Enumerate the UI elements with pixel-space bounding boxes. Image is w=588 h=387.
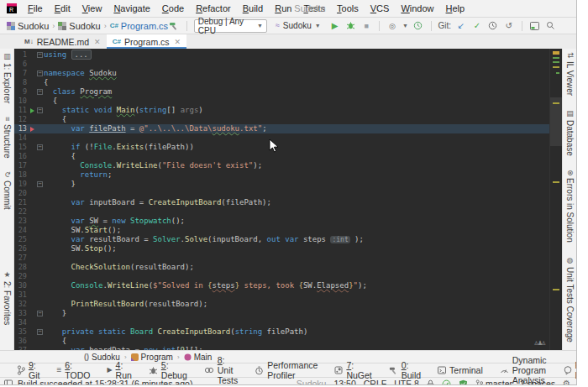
toolwindow-button-8-unit-tests[interactable]: 8: Unit Tests <box>196 355 247 385</box>
status-settings-icon[interactable]: ⚙ <box>563 379 570 385</box>
stripe-button-1-explorer[interactable]: ▥1: Explorer <box>3 52 12 103</box>
git-update-button[interactable]: ↙ <box>455 19 467 32</box>
line-number[interactable]: 21 <box>14 198 29 207</box>
inspection-mark[interactable] <box>556 72 559 74</box>
status-13-50[interactable]: 13:50 <box>333 379 355 385</box>
line-number[interactable]: 14 <box>14 133 29 143</box>
code-line[interactable]: 32 PrintResultBoard(resultBoard); <box>14 300 550 309</box>
build-hammer-button[interactable] <box>168 19 180 32</box>
run-button[interactable]: ▶ <box>329 19 341 32</box>
code-line[interactable]: 15− if (!File.Exists(filePath)) <box>14 143 550 152</box>
line-number[interactable]: 7 <box>14 69 29 78</box>
menu-build[interactable]: Build <box>237 2 269 15</box>
fold-toggle-icon[interactable]: − <box>36 71 44 76</box>
status-master[interactable]: master <box>475 379 512 385</box>
layout-button[interactable] <box>528 19 540 32</box>
line-number[interactable]: 29 <box>14 272 29 281</box>
status-2-spaces[interactable]: 2 spaces <box>520 379 555 385</box>
status-sudoku[interactable]: Sudoku <box>297 379 327 385</box>
toolwindow-button-4-run[interactable]: ▶4: Run <box>98 360 139 380</box>
line-number[interactable]: 15 <box>14 143 29 152</box>
code-line[interactable]: 14 <box>14 133 550 143</box>
run-marker-icon[interactable] <box>29 108 36 113</box>
line-number[interactable]: 22 <box>14 207 29 217</box>
line-number[interactable]: 10 <box>14 97 29 106</box>
search-everywhere-button[interactable] <box>544 19 556 32</box>
toolwindow-button-6-todo[interactable]: ≡6: TODO <box>48 360 98 380</box>
menu-file[interactable]: File <box>22 2 49 15</box>
code-line[interactable]: 1−using ... <box>14 50 550 60</box>
window-toggle-icon[interactable] <box>4 379 13 385</box>
fold-toggle-icon[interactable]: − <box>36 52 44 58</box>
inspection-mark[interactable] <box>553 51 559 55</box>
debug-button[interactable] <box>345 19 357 32</box>
line-number[interactable]: 18 <box>14 170 29 180</box>
inspection-mark[interactable] <box>553 181 559 183</box>
code-line[interactable]: 23 var SW = new Stopwatch(); <box>14 217 550 226</box>
code-line[interactable]: 35− private static Board CreateInputBoar… <box>14 327 550 337</box>
breadcrumb-item[interactable]: Sudoku <box>58 21 100 31</box>
menu-refactor[interactable]: Refactor <box>190 2 237 15</box>
toolwindow-button-0-build[interactable]: 0: Build <box>381 360 429 380</box>
tab-readme.md[interactable]: M↓README.md✕ <box>18 34 107 49</box>
line-number[interactable]: 24 <box>14 226 29 235</box>
tab-program.cs[interactable]: C#Program.cs✕ <box>107 34 186 49</box>
caret-marker-icon[interactable] <box>29 127 36 132</box>
code-line[interactable]: 26 SW.Stop(); <box>14 244 550 254</box>
line-number[interactable]: 20 <box>14 189 29 198</box>
status-utf-8[interactable]: UTF-8 <box>394 379 419 385</box>
code-line[interactable]: 33− } <box>14 309 550 318</box>
fold-toggle-icon[interactable]: − <box>36 181 44 187</box>
toolwindow-button-7-nuget[interactable]: 7: NuGet <box>326 360 380 380</box>
chevron-down-icon[interactable]: ▼ <box>402 23 408 29</box>
line-number[interactable]: 23 <box>14 217 29 226</box>
code-line[interactable]: 30 Console.WriteLine($"Solved in {steps}… <box>14 281 550 290</box>
menu-vcs[interactable]: VCS <box>365 2 396 15</box>
code-line[interactable]: 6 <box>14 60 550 69</box>
code-line[interactable]: 16 { <box>14 152 550 161</box>
run-config-combo[interactable]: ≈ Sudoku ▼ <box>271 19 325 33</box>
menu-tools[interactable]: Tools <box>331 2 365 15</box>
stripe-button-commit[interactable]: ↻Commit <box>3 171 12 209</box>
code-line[interactable]: 19− } <box>14 180 550 189</box>
menu-help[interactable]: Help <box>440 2 471 15</box>
line-number[interactable]: 35 <box>14 327 29 337</box>
line-number[interactable]: 6 <box>14 60 29 69</box>
code-line[interactable]: 29 <box>14 272 550 281</box>
stripe-button-structure[interactable]: ≡Structure <box>3 117 12 158</box>
code-line[interactable]: 7−namespace Sudoku <box>14 69 550 78</box>
stripe-button-il-viewer[interactable]: ⇅IL Viewer <box>565 52 575 96</box>
menu-window[interactable]: Window <box>395 2 439 15</box>
inspection-mark[interactable] <box>553 57 559 59</box>
line-number[interactable]: 27 <box>14 254 29 263</box>
line-number[interactable]: 33 <box>14 309 29 318</box>
menu-view[interactable]: View <box>76 2 108 15</box>
toolwindow-button-9-git[interactable]: 9: Git <box>8 360 48 380</box>
inspection-mark[interactable] <box>553 102 559 104</box>
code-line[interactable]: 9− class Program <box>14 87 550 97</box>
code-line[interactable]: 18 return; <box>14 170 550 180</box>
line-number[interactable]: 36 <box>14 337 29 346</box>
inspection-mark[interactable] <box>553 289 559 290</box>
line-number[interactable]: 25 <box>14 235 29 244</box>
stripe-button-unit-tests-coverage[interactable]: ◍Unit Tests Coverage <box>565 256 575 343</box>
status-shield-icon[interactable] <box>459 379 468 386</box>
profiler-button[interactable] <box>412 19 424 32</box>
code-line[interactable]: 11− static void Main(string[] args) <box>14 106 550 115</box>
inspection-mark[interactable] <box>553 66 559 68</box>
stripe-button-database[interactable]: ▤Database <box>565 109 575 156</box>
code-editor[interactable]: 1−using ...67−namespace Sudoku8{9− class… <box>14 49 562 350</box>
stop-button[interactable]: ■ <box>360 19 372 32</box>
line-number[interactable]: 16 <box>14 152 29 161</box>
code-line[interactable]: 8{ <box>14 78 550 87</box>
fold-toggle-icon[interactable]: − <box>36 107 44 113</box>
code-line[interactable]: 37 var boardData = new int[9][]; <box>14 346 550 350</box>
code-line[interactable]: 31 <box>14 290 550 300</box>
close-icon[interactable]: ✕ <box>94 38 101 46</box>
build-status-message[interactable]: Build succeeded at 15:28:31 (6 minutes a… <box>18 379 192 385</box>
code-line[interactable]: 13 var filePath = @"..\..\..\Data\sudoku… <box>14 124 550 133</box>
solution-config-combo[interactable]: Debug | Any CPU ▼ <box>194 19 267 33</box>
status-crlf[interactable]: CRLF <box>364 379 386 385</box>
line-number[interactable]: 17 <box>14 161 29 170</box>
line-number[interactable]: 28 <box>14 263 29 272</box>
